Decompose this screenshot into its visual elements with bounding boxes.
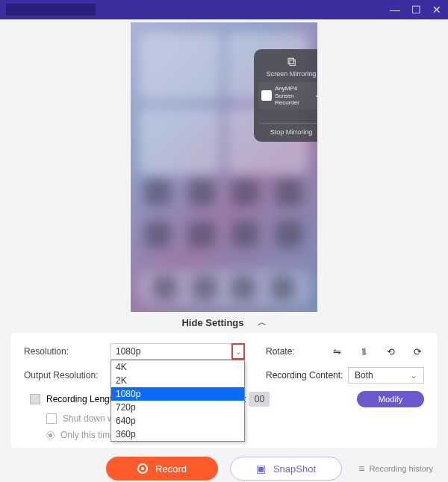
record-button[interactable]: Record (106, 457, 218, 481)
mirror-device-item[interactable]: AnyMP4 Screen Recorder ✓ (258, 82, 317, 110)
record-icon (137, 463, 148, 474)
modify-button[interactable]: Modify (357, 391, 424, 407)
device-icon (261, 90, 272, 101)
settings-panel: Resolution: 1080p ⌄ 4K 2K 1080p 720p 640… (10, 333, 438, 448)
minimize-icon[interactable]: — (390, 4, 400, 16)
snapshot-button[interactable]: ▣ SnapShot (230, 457, 342, 481)
mirror-title: Screen Mirroring (258, 70, 317, 78)
close-icon[interactable]: ✕ (432, 4, 442, 16)
chevron-down-icon: ⌄ (410, 370, 417, 381)
screen-mirroring-panel: ⧉ Screen Mirroring AnyMP4 Screen Recorde… (254, 49, 317, 142)
history-icon: ≡ (358, 463, 364, 475)
recording-length-checkbox[interactable] (30, 394, 40, 404)
phone-preview: ⧉ Screen Mirroring AnyMP4 Screen Recorde… (131, 22, 317, 312)
rotate-left-icon[interactable]: ⟲ (384, 346, 397, 357)
output-resolution-label: Output Resolution: (24, 370, 111, 381)
camera-icon: ▣ (256, 463, 266, 475)
only-this-time-label: Only this time (60, 430, 115, 440)
resolution-option[interactable]: 720p (111, 401, 244, 414)
window-controls: — ☐ ✕ (390, 4, 442, 16)
resolution-label: Resolution: (24, 346, 111, 357)
mirror-icon: ⧉ (258, 55, 317, 69)
resolution-option[interactable]: 4K (111, 360, 244, 374)
only-this-time-radio[interactable] (46, 431, 55, 439)
shutdown-label: Shut down w (63, 413, 114, 424)
recording-content-label: Recording Content: (266, 370, 348, 381)
resolution-option[interactable]: 360p (111, 428, 244, 441)
rotate-right-icon[interactable]: ⟳ (411, 346, 424, 357)
rotate-label: Rotate: (266, 346, 303, 357)
hide-settings-toggle[interactable]: Hide Settings ︿ (0, 312, 448, 333)
record-label: Record (155, 463, 187, 475)
preview-area: ⧉ Screen Mirroring AnyMP4 Screen Recorde… (0, 19, 448, 312)
snapshot-label: SnapShot (273, 463, 316, 475)
chevron-up-icon: ︿ (258, 316, 267, 329)
rotate-controls: ⇋ ⥮ ⟲ ⟳ (330, 346, 424, 357)
flip-vertical-icon[interactable]: ⥮ (357, 346, 370, 357)
recording-content-value: Both (355, 370, 373, 381)
recording-history-link[interactable]: ≡ Recording history (358, 463, 433, 475)
app-logo (6, 4, 96, 16)
recording-content-select[interactable]: Both ⌄ (348, 367, 424, 384)
flip-horizontal-icon[interactable]: ⇋ (330, 346, 343, 357)
resolution-option[interactable]: 1080p (111, 387, 244, 401)
check-icon: ✓ (315, 91, 317, 100)
maximize-icon[interactable]: ☐ (411, 4, 421, 16)
resolution-select[interactable]: 1080p ⌄ 4K 2K 1080p 720p 640p 360p (111, 343, 245, 360)
resolution-dropdown: 4K 2K 1080p 720p 640p 360p (111, 360, 245, 442)
resolution-value: 1080p (111, 343, 245, 360)
recording-length-label: Recording Length (46, 394, 117, 404)
chevron-down-icon[interactable]: ⌄ (231, 343, 245, 360)
mirror-device-label: AnyMP4 Screen Recorder (275, 85, 312, 107)
recording-history-label: Recording history (369, 464, 433, 473)
stop-mirroring-button[interactable]: Stop Mirroring (258, 123, 317, 136)
resolution-option[interactable]: 640p (111, 414, 244, 428)
bottom-bar: Record ▣ SnapShot ≡ Recording history (0, 457, 448, 482)
resolution-option[interactable]: 2K (111, 374, 244, 387)
shutdown-checkbox[interactable] (46, 413, 57, 424)
time-seconds-input[interactable]: 00 (249, 392, 270, 407)
titlebar: — ☐ ✕ (0, 0, 448, 19)
hide-settings-label: Hide Settings (181, 317, 243, 328)
